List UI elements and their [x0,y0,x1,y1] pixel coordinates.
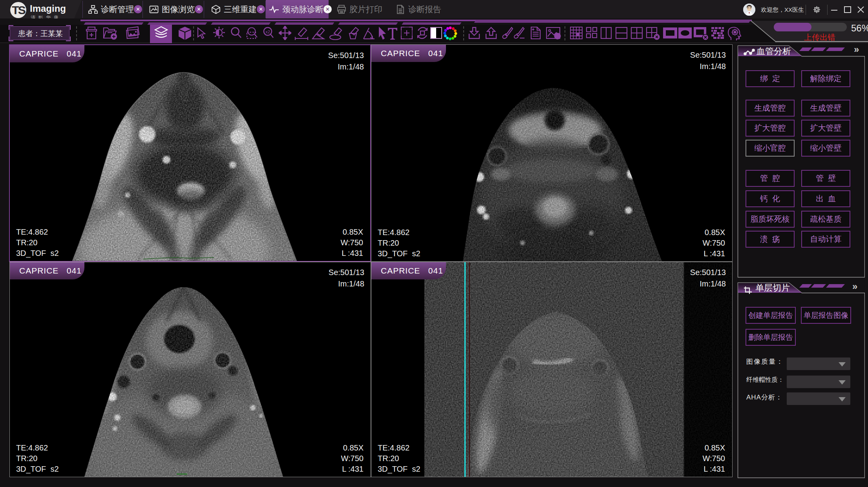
svg-text:血管分析: 血管分析 [757,46,791,56]
svg-text:»: » [852,281,857,292]
svg-text:单层切片: 单层切片 [755,283,790,293]
svg-text:»: » [854,44,859,55]
svg-text:x2: x2 [265,29,270,34]
